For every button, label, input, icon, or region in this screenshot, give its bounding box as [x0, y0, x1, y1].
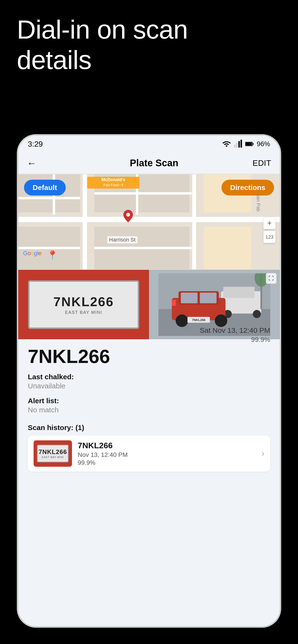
default-button[interactable]: Default [24, 180, 66, 196]
history-date: Nov 13, 12:40 PM [78, 451, 256, 458]
scan-confidence: 99.9% [251, 336, 270, 344]
history-plate-number: 7NKL266 [39, 448, 67, 456]
wifi-icon [222, 140, 231, 148]
svg-rect-6 [245, 142, 252, 146]
detail-section: 7NKL266 Sat Nov 13, 12:40 PM 99.9% Last … [18, 339, 280, 419]
phone-frame: 3:29 96% ← Plate Scan EDIT [17, 134, 281, 628]
san-pablo-label: San Pab [255, 193, 261, 212]
status-bar: 3:29 96% [18, 136, 280, 152]
svg-rect-3 [240, 140, 242, 148]
svg-rect-41 [172, 300, 176, 306]
svg-point-32 [253, 310, 261, 318]
svg-point-26 [126, 213, 130, 216]
svg-rect-5 [253, 143, 253, 145]
alert-list-value: No match [28, 406, 270, 414]
plate-number-display: 7NKL266 [28, 347, 270, 366]
svg-rect-13 [204, 227, 251, 269]
zoom-level: 123 [263, 231, 275, 243]
last-chalked-field: Last chalked: Unavailable [28, 373, 270, 390]
history-plate-frame: 7NKL266 EAST BAY MINI [37, 445, 68, 463]
history-confidence: 99.9% [78, 459, 256, 466]
battery-icon [245, 140, 254, 148]
map-pin [123, 210, 133, 222]
history-plate-state: EAST BAY MINI [42, 456, 64, 458]
back-button[interactable]: ← [27, 158, 37, 168]
hero-section: Dial-in on scan details [17, 14, 281, 75]
plate-state-on-image: EAST BAY MINI [65, 310, 102, 315]
svg-rect-35 [181, 292, 198, 303]
plate-number-on-image: 7NKL266 [53, 294, 114, 309]
hero-title: Dial-in on scan details [17, 14, 281, 75]
plate-image[interactable]: 7NKL266 EAST BAY MINI [18, 270, 149, 339]
directions-button[interactable]: Directions [221, 180, 274, 196]
edit-button[interactable]: EDIT [253, 158, 271, 168]
history-thumbnail: 7NKL266 EAST BAY MINI [34, 440, 72, 467]
scan-date: Sat Nov 13, 12:40 PM [200, 326, 270, 334]
battery-pct: 96% [257, 140, 270, 148]
page-title: Plate Scan [41, 158, 267, 168]
svg-rect-1 [236, 143, 238, 148]
chevron-right-icon: › [261, 448, 264, 458]
history-card[interactable]: 7NKL266 EAST BAY MINI 7NKL266 Nov 13, 12… [28, 436, 270, 472]
last-chalked-value: Unavailable [28, 382, 270, 390]
svg-point-38 [215, 314, 227, 327]
svg-rect-0 [234, 145, 235, 148]
status-icons: 96% [222, 140, 270, 148]
history-info: 7NKL266 Nov 13, 12:40 PM 99.9% [78, 441, 256, 466]
svg-text:Fast Food • $: Fast Food • $ [103, 183, 123, 187]
history-plate-text: 7NKL266 [78, 441, 256, 450]
top-nav: ← Plate Scan EDIT [18, 152, 280, 174]
map-location-icon: 📍 [47, 250, 58, 260]
alert-list-label: Alert list: [28, 397, 270, 405]
svg-text:7NKL266: 7NKL266 [192, 318, 205, 322]
status-time: 3:29 [28, 140, 43, 148]
history-section: Scan history: (1) 7NKL266 EAST BAY MINI … [18, 419, 280, 474]
signal-icon [234, 140, 242, 148]
plate-frame: 7NKL266 EAST BAY MINI [28, 280, 139, 329]
scan-history-label: Scan history: (1) [28, 424, 270, 432]
expand-icon[interactable]: ⛶ [266, 273, 276, 284]
last-chalked-label: Last chalked: [28, 373, 270, 381]
zoom-in-button[interactable]: + [263, 217, 275, 229]
svg-text:McDonald's: McDonald's [101, 177, 125, 182]
svg-rect-2 [238, 141, 240, 148]
svg-rect-30 [223, 286, 255, 298]
svg-rect-36 [200, 292, 217, 303]
street-label: Harrison St [107, 236, 137, 244]
svg-point-37 [176, 314, 188, 327]
google-logo: Google [23, 250, 42, 256]
map-container[interactable]: McDonald's Fast Food • $ Default Directi… [18, 174, 280, 270]
alert-list-field: Alert list: No match [28, 397, 270, 414]
